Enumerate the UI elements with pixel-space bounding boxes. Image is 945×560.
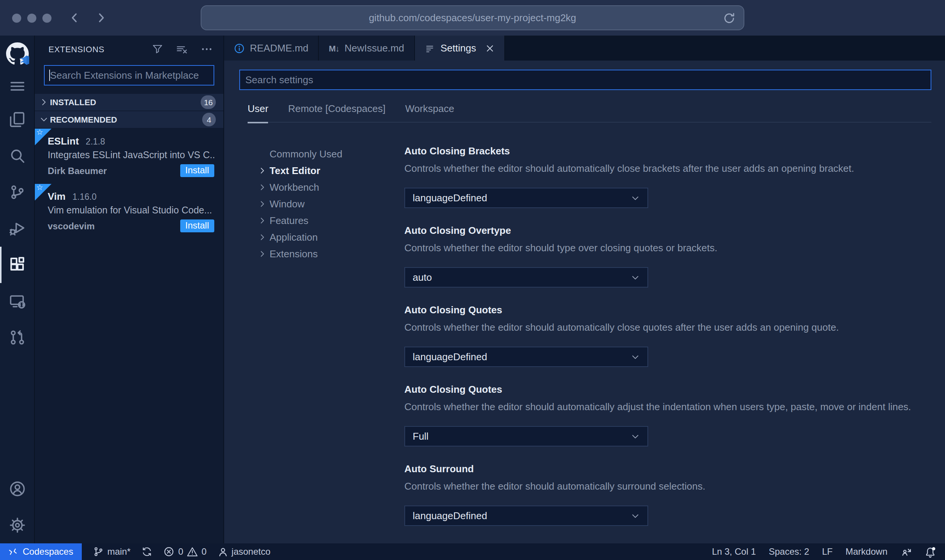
window-minimize-button[interactable] (27, 13, 36, 22)
extension-description: Vim emulation for Visual Studio Code... (48, 205, 214, 216)
chevron-down-icon (630, 272, 641, 283)
address-bar[interactable]: github.com/codespaces/user-my-project-mg… (201, 5, 744, 30)
chevron-right-icon (257, 182, 270, 192)
chevron-right-icon (257, 215, 270, 225)
settings-editor-icon (424, 43, 435, 53)
setting-select[interactable]: languageDefined (404, 347, 648, 367)
setting-row: Auto Closing Brackets Controls whether t… (404, 145, 931, 208)
window-zoom-button[interactable] (42, 13, 51, 22)
reload-button[interactable] (722, 11, 736, 25)
manage-gear-icon[interactable] (0, 507, 34, 543)
remote-explorer-icon (9, 293, 25, 310)
install-button[interactable]: Install (180, 219, 214, 232)
close-icon[interactable] (485, 44, 494, 53)
vscode-logo-icon (20, 55, 30, 65)
remote-indicator[interactable]: Codespaces (0, 543, 81, 560)
settings-search-input[interactable] (239, 70, 931, 90)
toc-item-features[interactable]: Features (257, 212, 404, 229)
scope-tab-workspace[interactable]: Workspace (405, 103, 454, 122)
toc-item-extensions[interactable]: Extensions (257, 245, 404, 262)
tab-settings[interactable]: Settings (415, 36, 505, 61)
warning-icon (187, 546, 198, 557)
extensions-sidebar: EXTENSIONS INSTALLED 16 RECOMMENDED 4 (35, 36, 224, 543)
install-button[interactable]: Install (180, 164, 214, 177)
toc-item-workbench[interactable]: Workbench (257, 179, 404, 195)
clear-extensions-search-icon[interactable] (176, 43, 189, 56)
extension-publisher: vscodevim (48, 221, 95, 231)
extension-description: Integrates ESLint JavaScript into VS C..… (48, 150, 214, 160)
bell-icon (925, 546, 936, 557)
sidebar-item-run-debug[interactable] (0, 210, 34, 247)
browser-forward-button[interactable] (95, 11, 108, 24)
setting-row: Auto Closing Quotes Controls whether the… (404, 304, 931, 367)
tab-newissue[interactable]: M↓ NewIssue.md (319, 36, 415, 61)
indentation-indicator[interactable]: Spaces: 2 (769, 546, 809, 557)
sidebar-item-remote-explorer[interactable] (0, 283, 34, 319)
pull-request-icon (9, 329, 25, 346)
setting-select[interactable]: Full (404, 426, 648, 446)
star-icon: ☆ (36, 129, 43, 136)
activity-bar (0, 36, 35, 543)
sidebar-item-source-control[interactable] (0, 174, 34, 210)
setting-title: Auto Closing Quotes (404, 384, 931, 395)
toc-item-text-editor[interactable]: Text Editor (257, 162, 404, 179)
setting-description: Controls whether the editor should autom… (404, 401, 931, 412)
sidebar-item-extensions[interactable] (0, 247, 34, 283)
git-branch-icon (93, 546, 103, 557)
account-icon[interactable] (0, 471, 34, 507)
setting-row: Code Actions On Save (404, 543, 931, 543)
scope-tab-remote[interactable]: Remote [Codespaces] (288, 103, 385, 122)
extension-version: 2.1.8 (86, 137, 105, 146)
chevron-right-icon (257, 249, 270, 258)
browser-window: github.com/codespaces/user-my-project-mg… (0, 0, 945, 560)
menu-icon[interactable] (0, 70, 34, 101)
extension-list-item[interactable]: ☆ Vim 1.16.0 Vim emulation for Visual St… (35, 184, 223, 239)
user-indicator[interactable]: jasonetco (218, 546, 271, 557)
setting-select[interactable]: languageDefined (404, 188, 648, 208)
toc-item-window[interactable]: Window (257, 195, 404, 212)
settings-editor: User Remote [Codespaces] Workspace Commo… (224, 61, 945, 543)
extension-publisher: Dirk Baeumer (48, 165, 107, 176)
extensions-search-input[interactable] (44, 65, 214, 86)
settings-list: Auto Closing Brackets Controls whether t… (404, 145, 931, 543)
markdown-icon: M↓ (329, 44, 339, 53)
github-codespaces-logo[interactable] (0, 37, 34, 70)
problems-indicator[interactable]: 0 0 (164, 546, 207, 557)
scope-tab-user[interactable]: User (248, 103, 268, 122)
sidebar-item-search[interactable] (0, 138, 34, 174)
section-installed[interactable]: INSTALLED 16 (35, 94, 223, 110)
sync-button[interactable] (142, 546, 153, 557)
sidebar-item-explorer[interactable] (0, 101, 34, 138)
browser-back-button[interactable] (68, 11, 81, 24)
window-close-button[interactable] (12, 13, 21, 22)
setting-select[interactable]: languageDefined (404, 506, 648, 526)
feedback-icon (900, 546, 912, 557)
cursor-position[interactable]: Ln 3, Col 1 (712, 546, 756, 557)
setting-row: Auto Closing Overtype Controls whether t… (404, 225, 931, 288)
chevron-down-icon (38, 114, 50, 125)
toc-item-commonly-used[interactable]: Commonly Used (257, 145, 404, 162)
more-actions-icon[interactable] (201, 43, 213, 55)
status-bar: Codespaces main* 0 0 jasonetco Ln 3, Col… (0, 543, 945, 560)
setting-title: Auto Closing Overtype (404, 225, 931, 236)
tab-readme[interactable]: README.md (224, 36, 319, 61)
window-controls (12, 13, 51, 22)
notifications-button[interactable] (925, 546, 936, 557)
editor-tabbar: README.md M↓ NewIssue.md Settings (224, 36, 945, 61)
text-caret (49, 70, 50, 81)
filter-icon[interactable] (151, 43, 164, 55)
section-recommended[interactable]: RECOMMENDED 4 (35, 111, 223, 128)
feedback-button[interactable] (900, 546, 912, 557)
sidebar-item-github-pull-requests[interactable] (0, 319, 34, 356)
source-control-icon (9, 184, 25, 201)
branch-indicator[interactable]: main* (93, 546, 130, 557)
setting-select[interactable]: auto (404, 267, 648, 288)
setting-description: Controls whether the editor should autom… (404, 481, 931, 492)
extension-list-item[interactable]: ☆ ESLint 2.1.8 Integrates ESLint JavaScr… (35, 129, 223, 184)
chevron-right-icon (257, 165, 270, 175)
chevron-right-icon (257, 199, 270, 208)
setting-title: Auto Closing Brackets (404, 145, 931, 157)
toc-item-application[interactable]: Application (257, 229, 404, 245)
language-mode[interactable]: Markdown (845, 546, 887, 557)
eol-indicator[interactable]: LF (822, 546, 833, 557)
